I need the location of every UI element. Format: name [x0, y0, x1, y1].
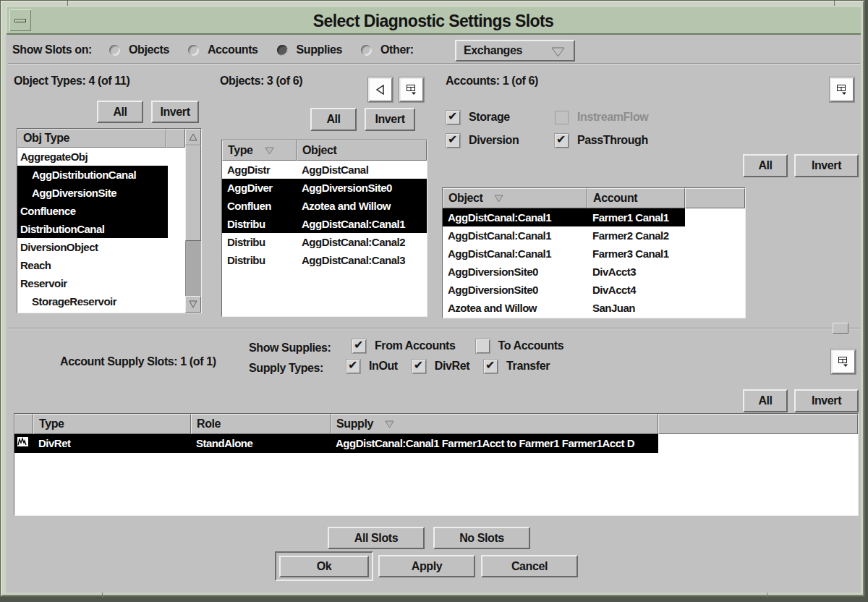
checkbox-icon[interactable]: ✔ [555, 134, 569, 148]
objects-object-header[interactable]: Object [297, 140, 427, 161]
frame-joint [767, 593, 767, 598]
supply-invert-button[interactable]: Invert [794, 389, 859, 412]
checkbox-item[interactable]: ✔ Transfer [484, 358, 550, 374]
table-row[interactable]: AggDistCanal:Canal1 Farmer1 Canal1 [443, 208, 745, 226]
splitter-handle[interactable] [833, 323, 848, 334]
divider [8, 63, 860, 64]
table-row[interactable]: AggDiversionSite0 DivAcct4 [443, 281, 745, 299]
checkbox-icon[interactable]: ✔ [346, 360, 360, 373]
list-item[interactable]: DiversionObject [17, 238, 185, 256]
accounts-table: Object Account AggDistCanal:Canal1 Farme… [442, 187, 746, 318]
list-item[interactable]: StorageReservoir [17, 292, 185, 310]
objects-view-menu-button[interactable] [399, 77, 424, 102]
radio-icon[interactable] [361, 45, 372, 56]
table-row[interactable]: AggDiversionSite0 DivAcct3 [443, 263, 745, 281]
table-row[interactable]: AggDistCanal:Canal1 Farmer2 Canal2 [443, 226, 745, 245]
column-header-filler [166, 129, 185, 148]
supply-role-header[interactable]: Role [191, 414, 331, 434]
radio-label: Other: [380, 43, 414, 56]
list-item[interactable]: AggDistributionCanal [17, 166, 185, 184]
checkbox-icon[interactable]: ✔ [352, 339, 366, 353]
checkbox-item[interactable]: ✔ InstreamFlow [555, 109, 648, 125]
list-item[interactable]: DistributionCanal [17, 220, 185, 238]
list-item[interactable]: AggDiversionSite [17, 184, 185, 202]
table-row[interactable]: Azotea and Willow SanJuan [443, 299, 745, 317]
column-header-filler [685, 188, 745, 208]
object-types-all-button[interactable]: All [97, 101, 143, 123]
sort-indicator-icon [494, 195, 503, 203]
radio-icon[interactable] [188, 45, 199, 56]
window-frame: Select Diagnostic Settings Slots Show Sl… [0, 0, 865, 597]
waveform-icon [17, 436, 29, 447]
object-types-invert-button[interactable]: Invert [151, 101, 199, 123]
table-row[interactable]: DivRet StandAlone AggDistCanal:Canal1 Fa… [14, 434, 858, 453]
table-row[interactable]: Distribu AggDistCanal:Canal1 [222, 215, 427, 233]
all-slots-button[interactable]: All Slots [328, 527, 425, 549]
checkbox-icon[interactable]: ✔ [476, 339, 490, 353]
dialog-window: Select Diagnostic Settings Slots Show Sl… [0, 0, 868, 602]
checkbox-icon[interactable]: ✔ [412, 360, 426, 373]
checkbox-label: Diversion [469, 134, 519, 147]
objects-table: Type Object AggDistr AggDistCanal [221, 140, 427, 317]
checkbox-item[interactable]: ✔ Diversion [446, 132, 555, 148]
checkbox-label: Storage [469, 111, 510, 124]
apply-button[interactable]: Apply [378, 555, 475, 577]
checkbox-label: Transfer [506, 360, 550, 373]
checkbox-item[interactable]: ✔ PassThrough [555, 132, 648, 148]
objects-type-header[interactable]: Type [222, 140, 297, 161]
scrollbar-thumb[interactable] [185, 145, 201, 241]
table-row[interactable]: Confluen Azotea and Willow [222, 197, 427, 215]
cancel-button[interactable]: Cancel [481, 555, 578, 577]
supply-supply-header[interactable]: Supply [331, 414, 658, 434]
list-item[interactable]: AggregateObj [17, 148, 185, 166]
scroll-up-icon[interactable] [185, 129, 201, 145]
objects-invert-button[interactable]: Invert [365, 108, 415, 131]
radio-option[interactable]: Other: [361, 43, 414, 56]
objects-title: Objects: 3 (of 6) [220, 75, 302, 88]
radio-option[interactable]: Accounts [188, 43, 258, 56]
checkbox-item[interactable]: ✔ DivRet [412, 358, 469, 374]
radio-icon[interactable] [277, 45, 288, 56]
table-menu-icon [836, 84, 848, 96]
checkbox-item[interactable]: ✔ To Accounts [476, 338, 564, 354]
table-row[interactable]: AggDistCanal:Canal1 Farmer3 Canal1 [443, 245, 745, 263]
table-row[interactable]: AggDistr AggDistCanal [222, 161, 427, 179]
radio-option[interactable]: Objects [109, 43, 169, 56]
supply-all-button[interactable]: All [743, 389, 788, 412]
radio-option[interactable]: Supplies [277, 43, 342, 56]
accounts-all-button[interactable]: All [743, 154, 788, 177]
supply-type-header[interactable]: Type [33, 414, 191, 434]
other-dropdown[interactable]: Exchanges [455, 40, 575, 62]
checkbox-item[interactable]: ✔ From Accounts [352, 338, 456, 354]
checkbox-icon[interactable]: ✔ [446, 134, 460, 148]
titlebar[interactable]: Select Diagnostic Settings Slots [6, 6, 861, 35]
scrollbar[interactable] [185, 129, 201, 313]
radio-label: Supplies [297, 43, 342, 56]
ok-button[interactable]: Ok [279, 556, 369, 577]
accounts-invert-button[interactable]: Invert [794, 154, 859, 177]
list-item[interactable]: Reservoir [17, 274, 185, 292]
list-item[interactable]: Reach [17, 256, 185, 274]
scroll-down-icon[interactable] [185, 296, 201, 313]
no-slots-button[interactable]: No Slots [433, 527, 530, 549]
list-item[interactable]: Confluence [17, 202, 185, 220]
back-triangle-button[interactable] [368, 77, 393, 102]
table-row[interactable]: Distribu AggDistCanal:Canal2 [222, 233, 427, 251]
scrollbar-trough[interactable] [185, 241, 201, 296]
table-row[interactable]: Distribu AggDistCanal:Canal3 [222, 251, 427, 269]
checkbox-icon[interactable]: ✔ [446, 111, 460, 124]
checkbox-item[interactable]: ✔ Storage [446, 109, 555, 125]
accounts-object-header[interactable]: Object [443, 188, 587, 208]
show-supplies-label: Show Supplies: [249, 342, 331, 355]
chevron-down-icon [551, 47, 565, 57]
table-row[interactable]: AggDiver AggDiversionSite0 [222, 179, 427, 197]
accounts-view-menu-button[interactable] [830, 77, 854, 102]
radio-icon[interactable] [109, 45, 120, 56]
checkbox-item[interactable]: ✔ InOut [346, 358, 398, 374]
checkbox-icon[interactable]: ✔ [484, 360, 498, 373]
object-types-column-header[interactable]: Obj Type [17, 129, 166, 148]
objects-all-button[interactable]: All [310, 108, 357, 131]
supply-view-menu-button[interactable] [831, 349, 856, 374]
checkbox-icon[interactable]: ✔ [555, 111, 569, 124]
accounts-account-header[interactable]: Account [587, 188, 685, 208]
